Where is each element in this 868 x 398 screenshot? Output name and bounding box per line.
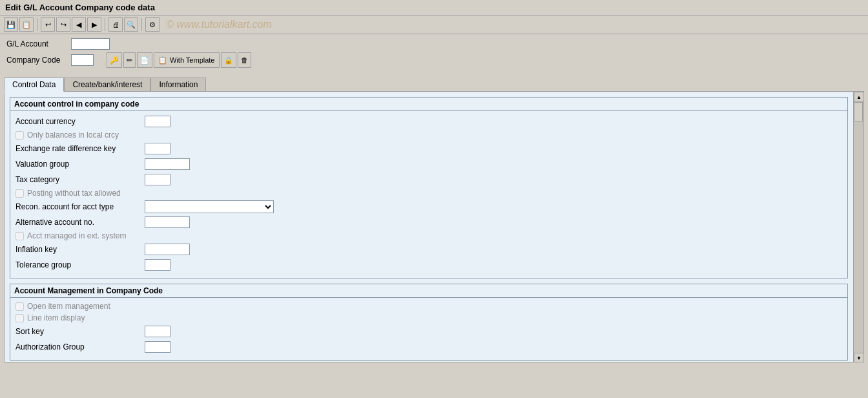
authorization-group-label: Authorization Group [16, 342, 145, 351]
action-btn-keys[interactable]: 🔑 [107, 52, 122, 68]
field-recon-account: Recon. account for acct type [16, 200, 842, 213]
company-code-label: Company Code [6, 56, 71, 65]
field-open-item-mgmt: Open item management [16, 302, 842, 311]
acct-managed-ext-checkbox[interactable] [16, 232, 24, 240]
authorization-group-input[interactable] [145, 341, 170, 353]
section-account-control-header: Account control in company code [10, 98, 847, 111]
scroll-down-btn[interactable]: ▼ [854, 353, 864, 362]
field-authorization-group: Authorization Group [16, 340, 842, 353]
field-account-currency: Account currency [16, 115, 842, 128]
exchange-rate-label: Exchange rate difference key [16, 144, 145, 153]
posting-without-tax-label: Posting without tax allowed [27, 189, 121, 198]
section-account-control: Account control in company code Account … [10, 97, 848, 278]
tax-category-label: Tax category [16, 175, 145, 184]
tabs-row: Control Data Create/bank/interest Inform… [4, 77, 864, 91]
field-acct-managed-ext: Acct managed in ext. system [16, 231, 842, 240]
title-bar: Edit G/L Account Company code data [0, 0, 868, 16]
only-balances-checkbox[interactable] [16, 131, 24, 140]
scroll-thumb[interactable] [854, 102, 863, 121]
vertical-scrollbar: ▲ ▼ [853, 92, 863, 362]
field-tolerance-group: Tolerance group [16, 258, 842, 271]
field-alternative-account: Alternative account no. [16, 216, 842, 229]
recon-account-select[interactable] [145, 200, 274, 213]
open-item-mgmt-label: Open item management [27, 302, 110, 311]
account-currency-input[interactable] [145, 116, 170, 127]
tabs-container: Control Data Create/bank/interest Inform… [4, 77, 864, 362]
toolbar: 💾 📋 ↩ ↪ ◀ ▶ 🖨 🔍 ⚙ © www.tutorialkart.com [0, 16, 868, 34]
toolbar-btn-2[interactable]: 📋 [19, 17, 34, 32]
scroll-track[interactable] [854, 102, 863, 353]
posting-without-tax-checkbox[interactable] [16, 189, 24, 198]
toolbar-undo-btn[interactable]: ↩ [41, 17, 55, 32]
action-btn-with-template[interactable]: 📋 With Template [154, 52, 220, 68]
inflation-key-label: Inflation key [16, 245, 145, 254]
tax-category-input[interactable] [145, 174, 170, 185]
tab-content: Account control in company code Account … [4, 91, 864, 362]
tab-create-bank-interest[interactable]: Create/bank/interest [64, 78, 150, 92]
field-exchange-rate: Exchange rate difference key [16, 142, 842, 155]
toolbar-print-btn[interactable]: 🖨 [108, 17, 123, 32]
action-btn-edit[interactable]: ✏ [123, 52, 136, 68]
line-item-display-label: Line item display [27, 313, 85, 322]
tolerance-group-label: Tolerance group [16, 260, 145, 269]
main-scroll-area: Account control in company code Account … [5, 92, 853, 362]
alternative-account-label: Alternative account no. [16, 218, 145, 227]
toolbar-save-btn[interactable]: 💾 [4, 17, 18, 32]
gl-account-label: G/L Account [6, 39, 71, 48]
sort-key-input[interactable] [145, 326, 170, 337]
tab-control-data[interactable]: Control Data [4, 78, 64, 92]
line-item-display-checkbox[interactable] [16, 314, 24, 322]
account-currency-label: Account currency [16, 117, 145, 126]
open-item-mgmt-checkbox[interactable] [16, 302, 24, 311]
action-btn-delete[interactable]: 🗑 [238, 52, 251, 68]
section-account-management: Account Management in Company Code Open … [10, 284, 848, 361]
field-only-balances: Only balances in local crcy [16, 131, 842, 140]
alternative-account-input[interactable] [145, 216, 190, 228]
exchange-rate-input[interactable] [145, 143, 170, 154]
field-posting-without-tax: Posting without tax allowed [16, 189, 842, 198]
tab-information[interactable]: Information [150, 78, 206, 92]
form-area: G/L Account Company Code 🔑 ✏ 📄 📋 With Te… [0, 34, 868, 74]
toolbar-next-btn[interactable]: ▶ [87, 17, 101, 32]
tolerance-group-input[interactable] [145, 259, 170, 271]
page-title: Edit G/L Account Company code data [5, 3, 155, 12]
toolbar-prev-btn[interactable]: ◀ [72, 17, 86, 32]
valuation-group-label: Valuation group [16, 160, 145, 169]
toolbar-find-btn[interactable]: 🔍 [124, 17, 138, 32]
field-sort-key: Sort key [16, 325, 842, 338]
scroll-up-btn[interactable]: ▲ [854, 92, 864, 102]
recon-account-label: Recon. account for acct type [16, 202, 145, 211]
watermark: © www.tutorialkart.com [166, 19, 272, 30]
only-balances-label: Only balances in local crcy [27, 131, 119, 140]
acct-managed-ext-label: Acct managed in ext. system [27, 231, 126, 240]
inflation-key-input[interactable] [145, 244, 190, 255]
field-tax-category: Tax category [16, 173, 842, 186]
company-code-input[interactable] [71, 54, 94, 66]
action-btn-new[interactable]: 📄 [137, 52, 152, 68]
with-template-label: With Template [170, 56, 215, 64]
field-line-item-display: Line item display [16, 313, 842, 322]
toolbar-settings-btn[interactable]: ⚙ [145, 17, 160, 32]
field-inflation-key: Inflation key [16, 243, 842, 256]
action-btn-lock[interactable]: 🔒 [221, 52, 236, 68]
field-valuation-group: Valuation group [16, 158, 842, 171]
toolbar-redo-btn[interactable]: ↪ [56, 17, 70, 32]
sort-key-label: Sort key [16, 327, 145, 336]
copy-icon: 📋 [158, 56, 167, 65]
valuation-group-input[interactable] [145, 158, 190, 170]
section-account-management-header: Account Management in Company Code [10, 284, 847, 298]
gl-account-input[interactable] [71, 38, 110, 50]
